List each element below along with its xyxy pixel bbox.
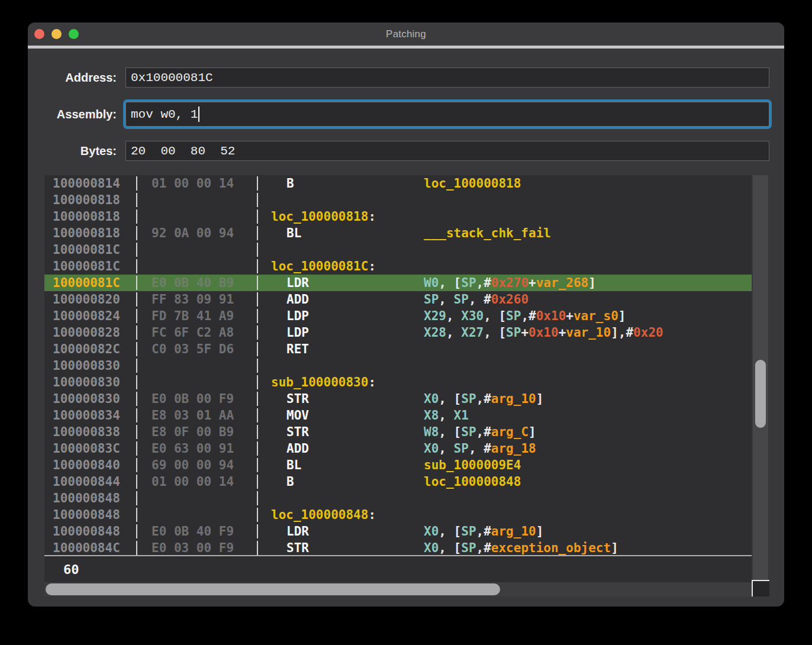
operand-token: ] <box>618 309 626 323</box>
operand-token: X28 <box>424 325 446 340</box>
listing-row[interactable]: 100000838E8 0F 00 B9STRW8, [SP,#arg_C] <box>44 424 752 440</box>
patching-window: Patching Address: 0x10000081C Assembly: … <box>28 22 784 607</box>
listing-row[interactable]: 10000081401 00 00 14Bloc_100000818 <box>44 175 752 192</box>
row-address: 10000084C <box>44 541 136 555</box>
minimize-button-icon[interactable] <box>51 29 62 39</box>
listing-row[interactable]: 100000818 <box>44 192 752 208</box>
row-address: 100000848 <box>44 508 136 522</box>
row-address: 100000824 <box>44 309 136 323</box>
titlebar-divider <box>28 46 784 49</box>
operand-token: var_268 <box>536 276 589 290</box>
row-address: 100000814 <box>44 176 136 191</box>
operand-token: ,# <box>476 425 491 439</box>
bytes-input[interactable]: 20 00 80 52 <box>125 141 769 161</box>
row-bytes: 01 00 00 14 <box>137 475 257 489</box>
listing-row[interactable]: 10000081C <box>44 241 752 258</box>
listing-row[interactable]: 100000830 <box>44 357 752 374</box>
row-address: 10000081C <box>44 243 136 257</box>
operand-token: ] <box>611 541 618 555</box>
listing-row[interactable]: 10000083CE0 63 00 91ADDX0, SP, #arg_18 <box>44 440 752 457</box>
listing-row[interactable]: 100000848 <box>44 490 752 507</box>
status-value: 60 <box>63 562 79 577</box>
listing-row[interactable]: 10000081CE0 0B 40 B9LDRW0, [SP,#0x270+va… <box>44 275 752 291</box>
listing-row[interactable]: 100000828FC 6F C2 A8LDPX28, X27, [SP+0x1… <box>44 324 752 341</box>
operand-token: arg_C <box>491 425 529 439</box>
traffic-lights <box>34 29 79 39</box>
address-input[interactable]: 0x10000081C <box>125 67 769 88</box>
row-bytes: E0 03 00 F9 <box>137 541 257 555</box>
operand-token: ] <box>529 425 536 439</box>
row-instruction: ADDSP, SP, #0x260 <box>258 292 752 307</box>
assembly-input[interactable]: mov w0, 1 <box>125 102 769 127</box>
operand-token: , <box>439 292 453 307</box>
mnemonic: LDP <box>286 309 424 323</box>
row-instruction: Bloc_100000848 <box>258 475 752 489</box>
operands: sub_1000009E4 <box>424 458 521 472</box>
listing-row[interactable]: 100000830E0 0B 00 F9STRX0, [SP,#arg_10] <box>44 391 752 407</box>
listing-row[interactable]: 100000824FD 7B 41 A9LDPX29, X30, [SP,#0x… <box>44 308 752 324</box>
operand-token: arg_10 <box>491 524 536 538</box>
vertical-scrollbar[interactable] <box>753 175 768 580</box>
text-cursor <box>198 107 199 122</box>
mnemonic: STR <box>286 425 424 439</box>
listing-row[interactable]: 100000820FF 83 09 91ADDSP, SP, #0x260 <box>44 291 752 308</box>
column-divider <box>136 193 137 207</box>
close-button-icon[interactable] <box>34 29 44 39</box>
operand-token: ] <box>588 276 596 290</box>
titlebar[interactable]: Patching <box>28 22 784 46</box>
listing-row[interactable]: 100000818loc_100000818: <box>44 208 752 225</box>
resize-grip[interactable] <box>752 580 769 596</box>
row-bytes: 92 0A 00 94 <box>137 226 257 240</box>
listing-row[interactable]: 100000848E0 0B 40 F9LDRX0, [SP,#arg_10] <box>44 523 752 540</box>
operands: ___stack_chk_fail <box>424 226 551 240</box>
row-address: 100000818 <box>44 226 136 240</box>
listing-row[interactable]: 10000081892 0A 00 94BL___stack_chk_fail <box>44 225 752 241</box>
mnemonic: B <box>286 475 424 489</box>
operand-token: 0x10 <box>529 325 559 340</box>
disassembly-listing[interactable]: 10000081401 00 00 14Bloc_100000818100000… <box>44 175 752 555</box>
operand-token: SP <box>506 309 521 323</box>
column-divider <box>136 259 137 273</box>
operand-token: ],# <box>611 325 633 340</box>
operand-token: SP <box>461 392 476 406</box>
operands: X28, X27, [SP+0x10+var_10],#0x20 <box>424 325 663 340</box>
listing-row[interactable]: 10000084CE0 03 00 F9STRX0, [SP,#exceptio… <box>44 540 752 555</box>
operand-token: 0x260 <box>491 292 529 307</box>
listing-row[interactable]: 10000084069 00 00 94BLsub_1000009E4 <box>44 457 752 473</box>
row-bytes: FC 6F C2 A8 <box>137 325 257 340</box>
listing-row[interactable]: 100000830sub_100000830: <box>44 374 752 391</box>
listing-row[interactable]: 100000848loc_100000848: <box>44 507 752 523</box>
row-bytes: 01 00 00 14 <box>137 176 257 191</box>
vertical-scrollbar-thumb[interactable] <box>755 360 766 428</box>
operand-token: ,# <box>476 276 491 290</box>
operand-token: ,# <box>521 309 536 323</box>
operand-token: SP <box>461 425 476 439</box>
operands: X0, [SP,#exception_object] <box>424 541 618 555</box>
row-bytes: E8 0F 00 B9 <box>137 425 257 439</box>
listing-row[interactable]: 10000082CC0 03 5F D6RET <box>44 341 752 357</box>
label-token: loc_10000081C <box>271 259 368 273</box>
row-instruction: LDPX29, X30, [SP,#0x10+var_s0] <box>258 309 752 323</box>
operand-token: + <box>559 325 566 340</box>
operand-token: 0x10 <box>536 309 566 323</box>
label-colon: : <box>368 508 376 522</box>
operands: loc_100000848 <box>424 475 521 489</box>
operand-token: , <box>446 325 461 340</box>
row-instruction: Bloc_100000818 <box>258 176 752 191</box>
operands: X29, X30, [SP,#0x10+var_s0] <box>424 309 626 323</box>
row-instruction: STRX0, [SP,#exception_object] <box>258 541 752 555</box>
horizontal-scrollbar-thumb[interactable] <box>46 583 500 595</box>
zoom-button-icon[interactable] <box>69 29 79 39</box>
listing-row[interactable]: 10000081Cloc_10000081C: <box>44 258 752 275</box>
row-instruction: STRX0, [SP,#arg_10] <box>258 392 752 406</box>
listing-row[interactable]: 10000084401 00 00 14Bloc_100000848 <box>44 473 752 490</box>
row-address: 100000820 <box>44 292 136 307</box>
operand-token: SP <box>461 524 476 538</box>
operand-token: ,# <box>476 541 491 555</box>
row-address: 100000848 <box>44 491 136 505</box>
row-instruction: loc_10000081C: <box>258 259 752 273</box>
operands: W0, [SP,#0x270+var_268] <box>424 276 596 290</box>
column-divider <box>136 359 137 373</box>
horizontal-scrollbar[interactable] <box>44 582 752 596</box>
listing-row[interactable]: 100000834E8 03 01 AAMOVX8, X1 <box>44 407 752 424</box>
